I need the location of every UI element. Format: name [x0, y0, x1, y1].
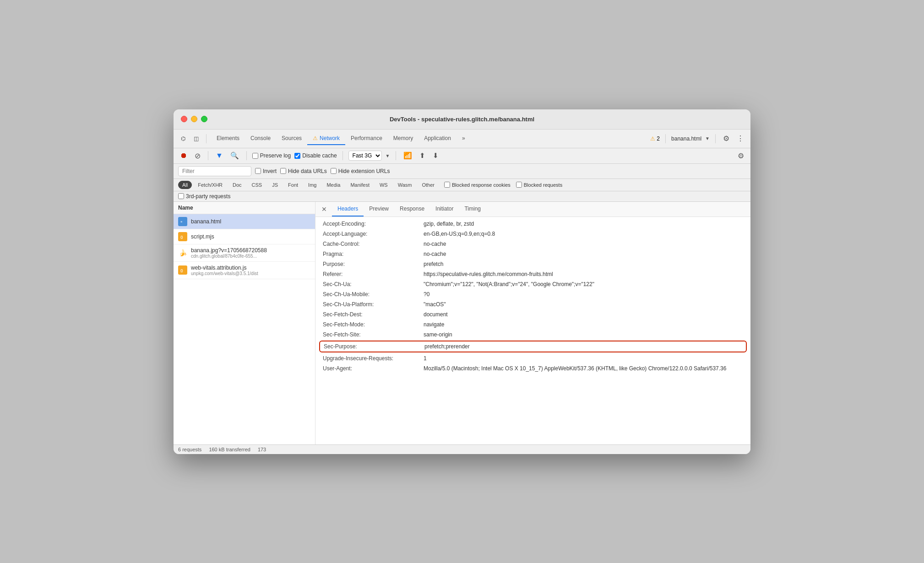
devtools-tabs: Elements Console Sources ⚠ Network Perfo… — [211, 132, 471, 145]
header-value: no-cache — [424, 251, 743, 257]
tab-memory[interactable]: Memory — [388, 132, 419, 145]
upload-icon-btn[interactable]: ⬆ — [418, 151, 427, 161]
header-value: "Chromium";v="122", "Not(A:Brand";v="24"… — [424, 281, 743, 287]
preserve-log-label[interactable]: Preserve log — [252, 152, 291, 159]
minimize-button[interactable] — [191, 116, 197, 122]
disable-cache-text: Disable cache — [302, 152, 337, 159]
header-row: Accept-Encoding:gzip, deflate, br, zstd — [315, 219, 750, 229]
filter-css[interactable]: CSS — [248, 181, 266, 189]
close-panel-btn[interactable]: ✕ — [320, 205, 328, 213]
third-party-text: 3rd-party requests — [186, 193, 230, 200]
tab-initiator[interactable]: Initiator — [430, 202, 459, 217]
tab-response[interactable]: Response — [394, 202, 430, 217]
request-item[interactable]: {} web-vitals.attribution.js unpkg.com/w… — [174, 262, 315, 279]
header-name: Accept-Language: — [323, 231, 424, 237]
svg-text:≡: ≡ — [180, 220, 182, 223]
blocked-requests-checkbox[interactable] — [516, 182, 522, 188]
header-name: Cache-Control: — [323, 241, 424, 247]
filter-media[interactable]: Media — [322, 181, 344, 189]
clear-btn[interactable]: ⊘ — [193, 151, 202, 161]
tab-preview[interactable]: Preview — [364, 202, 394, 217]
third-party-checkbox[interactable] — [178, 193, 184, 199]
disable-cache-checkbox[interactable] — [294, 153, 300, 159]
filter-fetch-xhr[interactable]: Fetch/XHR — [194, 181, 227, 189]
filter-doc[interactable]: Doc — [228, 181, 246, 189]
blocked-requests-label[interactable]: Blocked requests — [516, 182, 562, 188]
header-value: navigate — [424, 321, 743, 328]
device-toolbar-btn[interactable]: ◫ — [191, 134, 201, 143]
request-item[interactable]: {} script.mjs — [174, 229, 315, 244]
blocked-response-cookies-label[interactable]: Blocked response cookies — [444, 182, 511, 188]
filter-wasm[interactable]: Wasm — [394, 181, 416, 189]
type-filter-bar: All Fetch/XHR Doc CSS JS Font Img Media … — [174, 179, 750, 191]
tab-timing[interactable]: Timing — [459, 202, 486, 217]
header-row: Sec-Fetch-Site:same-origin — [315, 330, 750, 340]
blocked-response-cookies-checkbox[interactable] — [444, 182, 450, 188]
hide-data-urls-checkbox[interactable] — [280, 168, 286, 174]
download-icon-btn[interactable]: ⬇ — [431, 151, 440, 161]
devtools-window: DevTools - speculative-rules.glitch.me/b… — [174, 109, 750, 454]
tab-application[interactable]: Application — [419, 132, 457, 145]
tab-network[interactable]: ⚠ Network — [307, 132, 345, 145]
invert-label[interactable]: Invert — [255, 168, 277, 174]
header-name: Sec-Fetch-Site: — [323, 331, 424, 338]
tab-performance[interactable]: Performance — [345, 132, 388, 145]
more-options-btn[interactable]: ⋮ — [735, 133, 746, 144]
filter-icon-btn[interactable]: ▼ — [214, 151, 225, 161]
separator-6 — [342, 151, 343, 160]
tab-headers[interactable]: Headers — [332, 202, 364, 217]
hide-extension-urls-label[interactable]: Hide extension URLs — [331, 168, 390, 174]
third-party-bar: 3rd-party requests — [174, 191, 750, 202]
filter-img[interactable]: Img — [304, 181, 321, 189]
filter-font[interactable]: Font — [284, 181, 302, 189]
third-party-label[interactable]: 3rd-party requests — [178, 193, 746, 200]
separator-5 — [246, 151, 247, 160]
status-bar: 6 requests 160 kB transferred 173 — [174, 444, 750, 454]
window-title: DevTools - speculative-rules.glitch.me/b… — [390, 116, 534, 123]
filter-ws[interactable]: WS — [375, 181, 392, 189]
hide-data-urls-text: Hide data URLs — [288, 168, 327, 174]
request-info: banana.jpg?v=1705668720588 cdn.glitch.gl… — [191, 247, 310, 259]
header-value: no-cache — [424, 241, 743, 247]
separator-1 — [206, 134, 207, 143]
separator-2 — [665, 134, 666, 143]
svg-text:{}: {} — [180, 235, 183, 239]
request-item[interactable]: 🍌 banana.jpg?v=1705668720588 cdn.glitch.… — [174, 244, 315, 262]
filter-all[interactable]: All — [178, 181, 192, 189]
tab-sources[interactable]: Sources — [276, 132, 307, 145]
tab-elements[interactable]: Elements — [211, 132, 245, 145]
request-count: 6 requests — [178, 447, 201, 452]
header-row: Accept-Language:en-GB,en-US;q=0.9,en;q=0… — [315, 229, 750, 239]
tab-more[interactable]: » — [457, 132, 471, 145]
disable-cache-label[interactable]: Disable cache — [294, 152, 337, 159]
filter-input[interactable] — [178, 166, 251, 176]
header-row: Purpose:prefetch — [315, 259, 750, 269]
close-button[interactable] — [181, 116, 187, 122]
page-dropdown-icon[interactable]: ▼ — [705, 136, 710, 141]
header-name: Pragma: — [323, 251, 424, 257]
inspect-icon-btn[interactable]: ⌬ — [178, 134, 188, 143]
record-btn[interactable]: ⏺ — [178, 151, 189, 161]
wifi-icon-btn[interactable]: 📶 — [402, 151, 414, 161]
request-icon-img: 🍌 — [178, 248, 187, 257]
filter-manifest[interactable]: Manifest — [346, 181, 374, 189]
invert-checkbox[interactable] — [255, 168, 261, 174]
hide-extension-urls-checkbox[interactable] — [331, 168, 337, 174]
settings-icon-btn[interactable]: ⚙ — [721, 133, 731, 144]
network-settings-btn[interactable]: ⚙ — [736, 151, 746, 161]
filter-js[interactable]: JS — [268, 181, 282, 189]
filter-other[interactable]: Other — [418, 181, 439, 189]
header-row: Upgrade-Insecure-Requests:1 — [315, 353, 750, 363]
preserve-log-checkbox[interactable] — [252, 153, 258, 159]
header-name: Sec-Ch-Ua: — [323, 281, 424, 287]
tab-console[interactable]: Console — [245, 132, 276, 145]
request-info: web-vitals.attribution.js unpkg.com/web-… — [191, 265, 310, 276]
header-row: Referer:https://speculative-rules.glitch… — [315, 269, 750, 279]
headers-content: Accept-Encoding:gzip, deflate, br, zstdA… — [315, 217, 750, 444]
hide-data-urls-label[interactable]: Hide data URLs — [280, 168, 327, 174]
svg-text:{}: {} — [180, 269, 183, 272]
throttle-select[interactable]: Fast 3G — [348, 151, 382, 161]
search-icon-btn[interactable]: 🔍 — [228, 151, 241, 161]
request-item[interactable]: ≡ banana.html — [174, 214, 315, 229]
maximize-button[interactable] — [201, 116, 207, 122]
